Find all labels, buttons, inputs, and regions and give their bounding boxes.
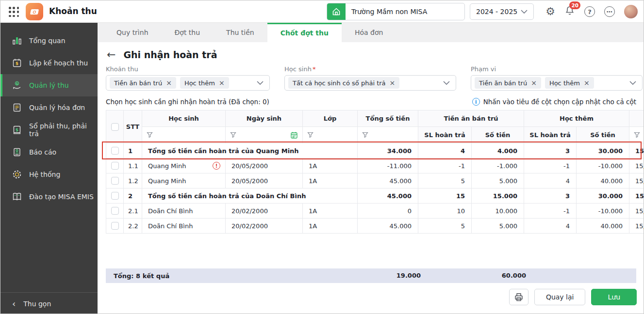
- remove-chip-icon[interactable]: ×: [219, 79, 225, 86]
- tab-dot-thu[interactable]: Đợt thu: [162, 23, 214, 42]
- row-checkbox[interactable]: [111, 222, 119, 230]
- printer-icon: [514, 292, 524, 302]
- sub-header-so-tien[interactable]: Số tiền: [577, 127, 629, 143]
- filter-label-pham-vi: Phạm vi: [471, 65, 643, 73]
- hand-money-icon: $: [12, 80, 22, 91]
- sidebar-item-label: Hệ thống: [29, 171, 60, 178]
- select-all-checkbox[interactable]: [111, 123, 119, 131]
- table-row-1-2[interactable]: 1.2 Quang Minh 20/05/2000 1A 45.000 5 5.…: [106, 173, 644, 188]
- remove-chip-icon[interactable]: ×: [531, 79, 537, 86]
- col-group-hoc-them[interactable]: Học thêm: [524, 110, 629, 127]
- table-row-group-2[interactable]: 2 Tổng số tiền cần hoàn trả của Doãn Chí…: [106, 188, 644, 204]
- tab-quy-trinh[interactable]: Quy trình: [103, 23, 162, 42]
- money-app-icon[interactable]: [26, 3, 43, 20]
- app-title: Khoản thu: [49, 6, 97, 16]
- filter-hoc-sinh[interactable]: Tất cả học sinh có số phải trả ×: [284, 75, 456, 91]
- filter-chip[interactable]: Tất cả học sinh có số phải trả ×: [288, 77, 399, 89]
- user-avatar[interactable]: [624, 5, 638, 18]
- filter-khoan-thu[interactable]: Tiền ăn bán trú × Học thêm ×: [106, 75, 270, 91]
- chevron-down-icon: [521, 10, 528, 14]
- sidebar-item-label: Lập kế hoạch thu: [29, 59, 88, 67]
- sidebar-item-so-phai-thu-phai-tra[interactable]: $ Sổ phải thu, phải trả: [0, 119, 98, 141]
- col-header-tong-so-tien[interactable]: Tổng số tiền: [358, 110, 418, 127]
- table-row-2-1[interactable]: 2.1 Doãn Chí Bình 20/02/2000 1A 0 10 10.…: [106, 204, 644, 219]
- row-checkbox[interactable]: [111, 207, 119, 215]
- filter-pham-vi[interactable]: Tiền ăn bán trú × Học thêm ×: [471, 75, 643, 91]
- sub-header-so-tien[interactable]: Số tiền: [472, 127, 524, 143]
- help-icon[interactable]: ?: [584, 6, 595, 17]
- filter-cell-hoc-sinh[interactable]: [142, 127, 226, 143]
- chevron-left-icon: ‹: [12, 299, 16, 308]
- student-name: Doãn Chí Bình: [142, 219, 226, 234]
- filter-chip[interactable]: Tiền ăn bán trú ×: [110, 77, 176, 89]
- sidebar-collapse-button[interactable]: ‹ Thu gọn: [0, 292, 98, 314]
- sidebar-item-quan-ly-hoa-don[interactable]: Quản lý hóa đơn: [0, 96, 98, 119]
- row-checkbox[interactable]: [111, 192, 119, 200]
- student-name: Doãn Chí Bình: [142, 204, 226, 219]
- table-row-2-2[interactable]: 2.2 Doãn Chí Bình 20/02/2000 1A 45.000 5…: [106, 219, 644, 234]
- sidebar-item-bao-cao[interactable]: Báo cáo: [0, 141, 98, 163]
- sidebar-item-dao-tao-misa-emis[interactable]: Đào tạo MISA EMIS: [0, 186, 98, 208]
- sidebar-item-label: Đào tạo MISA EMIS: [29, 193, 94, 201]
- sidebar-item-label: Tổng quan: [29, 37, 66, 45]
- chevron-down-icon[interactable]: [257, 81, 264, 85]
- tab-thu-tien[interactable]: Thu tiền: [213, 23, 267, 42]
- col-header-extra: [629, 110, 644, 127]
- row-checkbox[interactable]: [111, 177, 119, 185]
- print-button[interactable]: [509, 289, 528, 305]
- filter-cell-lop[interactable]: [303, 127, 358, 143]
- settings-icon[interactable]: ⚙: [545, 6, 555, 17]
- filter-funnel-icon[interactable]: [230, 132, 236, 138]
- back-action-button[interactable]: Quay lại: [534, 289, 586, 305]
- sub-header-sl-hoan-tra[interactable]: SL hoàn trả: [524, 127, 577, 143]
- row-checkbox[interactable]: [111, 147, 119, 155]
- back-button[interactable]: ←: [107, 49, 116, 60]
- filter-cell-extra[interactable]: [629, 127, 644, 143]
- filter-cell-ngay-sinh[interactable]: [226, 127, 303, 143]
- col-header-lop[interactable]: Lớp: [303, 110, 358, 127]
- filter-funnel-icon[interactable]: [634, 132, 640, 138]
- table-row-1-1[interactable]: 1.1 Quang Minh ! 20/05/2000 1A -11.000 -…: [106, 158, 644, 173]
- calendar-icon[interactable]: [290, 131, 298, 139]
- filter-chip[interactable]: Tiền ăn bán trú ×: [475, 77, 541, 89]
- sidebar-item-he-thong[interactable]: Hệ thống: [0, 163, 98, 186]
- filter-cell-tong-so-tien[interactable]: [358, 127, 418, 143]
- school-year-dropdown[interactable]: 2024 - 2025: [470, 3, 534, 20]
- filter-funnel-icon[interactable]: [307, 132, 314, 138]
- col-group-tien-an-ban-tru[interactable]: Tiền ăn bán trú: [418, 110, 524, 127]
- school-selector[interactable]: Trường Mầm non MISA: [327, 3, 465, 20]
- tab-hoa-don[interactable]: Hóa đơn: [342, 23, 396, 42]
- col-header-stt[interactable]: STT: [124, 110, 142, 143]
- filter-chip[interactable]: Học thêm ×: [545, 77, 594, 89]
- group-row-title: Tổng số tiền cần hoàn trả của Quang Minh: [142, 143, 358, 158]
- sub-header-sl-hoan-tra[interactable]: SL hoàn trả: [418, 127, 472, 143]
- sidebar-item-label: Quản lý thu: [29, 81, 69, 89]
- filter-funnel-icon[interactable]: [147, 132, 153, 138]
- chevron-down-icon[interactable]: [629, 81, 636, 85]
- table-row-group-1[interactable]: 1 Tổng số tiền cần hoàn trả của Quang Mi…: [106, 143, 644, 158]
- filter-funnel-icon[interactable]: [362, 132, 368, 138]
- sidebar-item-quan-ly-thu[interactable]: $ Quản lý thu: [0, 74, 98, 96]
- more-options-icon[interactable]: ⋯: [604, 6, 615, 17]
- col-header-hoc-sinh[interactable]: Học sinh: [142, 110, 226, 127]
- tab-chot-dot-thu[interactable]: Chốt đợt thu: [267, 23, 342, 42]
- sidebar-item-tong-quan[interactable]: Tổng quan: [0, 30, 98, 52]
- notifications-button[interactable]: 20: [564, 5, 575, 18]
- row-checkbox[interactable]: [111, 162, 119, 170]
- save-button[interactable]: Lưu: [591, 289, 637, 305]
- tab-bar: Quy trình Đợt thu Thu tiền Chốt đợt thu …: [98, 23, 644, 42]
- col-header-ngay-sinh[interactable]: Ngày sinh: [226, 110, 303, 127]
- app-launcher-icon[interactable]: [9, 7, 19, 17]
- sidebar-item-lap-ke-hoach-thu[interactable]: $ Lập kế hoạch thu: [0, 52, 98, 74]
- required-mark: *: [313, 65, 316, 73]
- top-bar: Khoản thu Trường Mầm non MISA 2024 - 202…: [0, 0, 644, 23]
- chevron-down-icon[interactable]: [443, 81, 450, 85]
- filter-chip[interactable]: Học thêm ×: [180, 77, 229, 89]
- remove-chip-icon[interactable]: ×: [166, 79, 172, 86]
- warning-icon: !: [213, 162, 220, 170]
- remove-chip-icon[interactable]: ×: [390, 79, 396, 86]
- remove-chip-icon[interactable]: ×: [584, 79, 590, 86]
- column-hint: i Nhấn vào tiêu đề cột chọn cập nhật cho…: [472, 98, 636, 106]
- action-bar: Quay lại Lưu: [98, 289, 637, 305]
- hocthem-amount-total: 60.000: [106, 268, 526, 283]
